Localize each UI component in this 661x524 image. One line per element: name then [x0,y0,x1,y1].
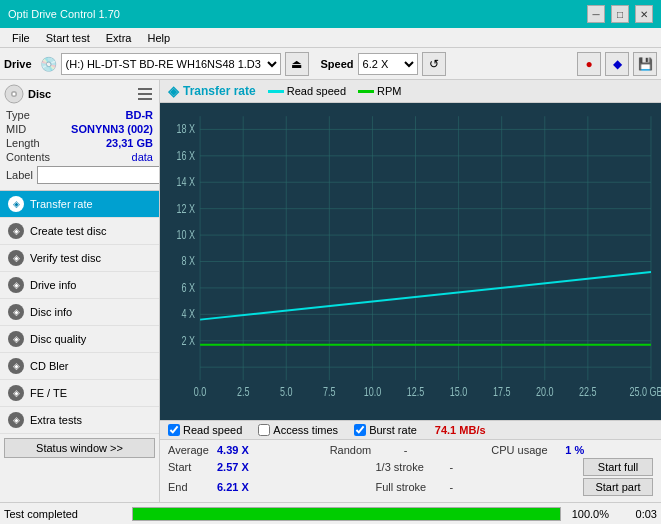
save-button[interactable]: 💾 [633,52,657,76]
nav-icon-disc-quality: ◈ [8,331,24,347]
close-button[interactable]: ✕ [635,5,653,23]
svg-text:22.5: 22.5 [579,385,597,399]
svg-text:12.5: 12.5 [407,385,425,399]
nav-icon-create-test-disc: ◈ [8,223,24,239]
start-part-button[interactable]: Start part [583,478,653,496]
time-remaining: 0:03 [617,508,657,520]
drive-select[interactable]: (H:) HL-DT-ST BD-RE WH16NS48 1.D3 [61,53,281,75]
disc-mid-row: MID SONYNN3 (002) [4,122,155,136]
minimize-button[interactable]: ─ [587,5,605,23]
nav-label-create-test-disc: Create test disc [30,225,106,237]
svg-text:0.0: 0.0 [194,385,207,399]
nav-icon-fe-te: ◈ [8,385,24,401]
legend-burst-rate-check[interactable]: Burst rate [354,424,417,436]
nav-item-disc-info[interactable]: ◈ Disc info [0,299,159,326]
main-area: Disc Type BD-R MID SONYNN3 (002) Length … [0,80,661,502]
nav-item-drive-info[interactable]: ◈ Drive info [0,272,159,299]
stat-end-value: 6.21 X [217,481,257,493]
svg-rect-5 [138,98,152,100]
burst-rate-value: 74.1 MB/s [435,424,486,436]
nav-icon-verify-test-disc: ◈ [8,250,24,266]
stat-end: End 6.21 X [168,481,376,493]
status-window-button[interactable]: Status window >> [4,438,155,458]
nav-item-extra-tests[interactable]: ◈ Extra tests [0,407,159,434]
svg-text:16 X: 16 X [177,149,196,163]
stat-start: Start 2.57 X [168,461,376,473]
menubar: File Start test Extra Help [0,28,661,48]
disc-mid-value: SONYNN3 (002) [71,123,153,135]
titlebar: Opti Drive Control 1.70 ─ □ ✕ [0,0,661,28]
stat-cpu: CPU usage 1 % [491,444,653,456]
record-button[interactable]: ● [577,52,601,76]
progress-bar-wrapper [132,507,561,521]
start-full-button[interactable]: Start full [583,458,653,476]
svg-rect-3 [138,88,152,90]
disc-options-icon[interactable] [135,84,155,104]
restore-button[interactable]: □ [611,5,629,23]
legend-rpm: RPM [358,85,401,97]
progress-percent: 100.0% [569,508,609,520]
menu-help[interactable]: Help [139,30,178,46]
svg-text:12 X: 12 X [177,201,196,215]
nav-item-transfer-rate[interactable]: ◈ Transfer rate [0,191,159,218]
burst-rate-checkbox[interactable] [354,424,366,436]
nav-label-drive-info: Drive info [30,279,76,291]
stat-onethird: 1/3 stroke - [376,461,584,473]
svg-text:8 X: 8 X [182,254,196,268]
stat-random-label: Random [330,444,400,456]
svg-text:25.0 GB: 25.0 GB [629,385,661,399]
disc-header: Disc [4,84,155,104]
legend-read-speed-check[interactable]: Read speed [168,424,242,436]
menu-file[interactable]: File [4,30,38,46]
stat-cpu-label: CPU usage [491,444,561,456]
stat-fullstroke-label: Full stroke [376,481,446,493]
stat-onethird-label: 1/3 stroke [376,461,446,473]
right-panel: ◈ Transfer rate Read speed RPM [160,80,661,502]
stat-random-value: - [404,444,424,456]
menu-start-test[interactable]: Start test [38,30,98,46]
legend-read-speed: Read speed [268,85,346,97]
nav-item-fe-te[interactable]: ◈ FE / TE [0,380,159,407]
speed-select[interactable]: 6.2 X Max 4 X 2 X [358,53,418,75]
nav-item-create-test-disc[interactable]: ◈ Create test disc [0,218,159,245]
refresh-button[interactable]: ↺ [422,52,446,76]
window-controls: ─ □ ✕ [587,5,653,23]
chart-title: ◈ Transfer rate [168,83,256,99]
nav-item-disc-quality[interactable]: ◈ Disc quality [0,326,159,353]
stat-average: Average 4.39 X [168,444,330,456]
svg-text:10 X: 10 X [177,228,196,242]
eject-button[interactable]: ⏏ [285,52,309,76]
svg-text:10.0: 10.0 [364,385,382,399]
disc-label-input[interactable] [37,166,160,184]
legend-access-times-check[interactable]: Access times [258,424,338,436]
stats-row-average: Average 4.39 X Random - CPU usage 1 % [168,444,653,456]
nav-item-verify-test-disc[interactable]: ◈ Verify test disc [0,245,159,272]
menu-extra[interactable]: Extra [98,30,140,46]
svg-point-2 [13,93,16,96]
chart-svg: 18 X 16 X 14 X 12 X 10 X 8 X 6 X 4 X 2 X… [160,103,661,420]
nav-label-cd-bler: CD Bler [30,360,69,372]
svg-text:2 X: 2 X [182,333,196,347]
app-title: Opti Drive Control 1.70 [8,8,120,20]
disc-mid-label: MID [6,123,26,135]
disc-type-row: Type BD-R [4,108,155,122]
chart-header: ◈ Transfer rate Read speed RPM [160,80,661,103]
drive-disc-icon: 💿 [40,56,57,72]
disc-label-row: Label 🔍 [4,164,155,186]
read-speed-checkbox[interactable] [168,424,180,436]
stats-row-start: Start 2.57 X 1/3 stroke - Start full [168,458,653,476]
disc-section-title: Disc [28,88,51,100]
access-times-checkbox[interactable] [258,424,270,436]
stat-onethird-value: - [450,461,470,473]
svg-text:15.0: 15.0 [450,385,468,399]
color-button[interactable]: ◆ [605,52,629,76]
drive-label: Drive [4,58,32,70]
nav-label-fe-te: FE / TE [30,387,67,399]
svg-text:4 X: 4 X [182,307,196,321]
svg-text:18 X: 18 X [177,122,196,136]
nav-icon-disc-info: ◈ [8,304,24,320]
svg-text:20.0: 20.0 [536,385,554,399]
nav-item-cd-bler[interactable]: ◈ CD Bler [0,353,159,380]
svg-text:17.5: 17.5 [493,385,511,399]
stat-start-value: 2.57 X [217,461,257,473]
